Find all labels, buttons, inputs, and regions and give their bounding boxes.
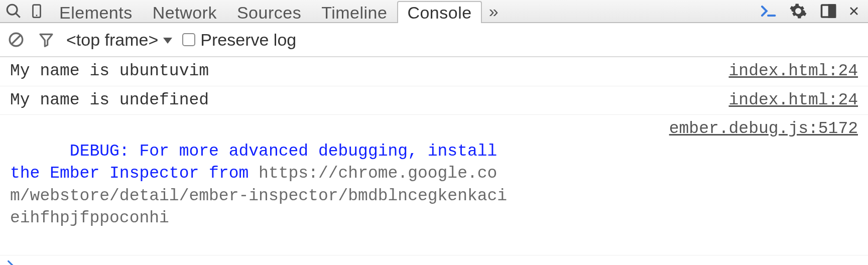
device-icon[interactable] — [26, 1, 47, 22]
tab-label: Timeline — [321, 3, 387, 23]
chevron-down-icon — [163, 38, 172, 44]
tab-label: Sources — [237, 3, 301, 23]
log-source-link[interactable]: index.html:24 — [709, 60, 858, 83]
log-source-link[interactable]: index.html:24 — [709, 89, 858, 112]
svg-point-0 — [7, 5, 17, 15]
tab-console[interactable]: Console — [397, 1, 481, 23]
log-row: DEBUG: For more advanced debugging, inst… — [0, 115, 868, 255]
svg-line-1 — [16, 13, 20, 18]
tabs-overflow-button[interactable]: » — [484, 2, 504, 21]
preserve-log-checkbox[interactable]: Preserve log — [182, 30, 296, 50]
gear-icon[interactable] — [788, 1, 809, 22]
svg-rect-6 — [829, 5, 835, 17]
filter-icon[interactable] — [36, 30, 56, 50]
tab-timeline[interactable]: Timeline — [311, 1, 397, 23]
chevron-right-icon — [4, 258, 17, 265]
log-message: My name is undefined — [10, 89, 209, 112]
search-icon[interactable] — [3, 1, 24, 22]
checkbox-box — [182, 33, 195, 46]
context-label: <top frame> — [66, 30, 158, 50]
log-message: DEBUG: For more advanced debugging, inst… — [10, 118, 512, 252]
tab-label: Console — [407, 3, 471, 23]
console-log: My name is ubuntuvim index.html:24 My na… — [0, 57, 868, 255]
devtools-tabbar: Elements Network Sources Timeline Consol… — [0, 0, 868, 23]
tab-elements[interactable]: Elements — [49, 1, 143, 23]
log-source-link[interactable]: ember.debug.js:5172 — [649, 118, 858, 141]
tab-strip: Elements Network Sources Timeline Consol… — [49, 0, 482, 22]
dock-icon[interactable] — [818, 1, 839, 22]
execution-context-selector[interactable]: <top frame> — [66, 30, 172, 50]
log-message: My name is ubuntuvim — [10, 60, 209, 83]
tab-label: Network — [153, 3, 217, 23]
preserve-log-label: Preserve log — [200, 30, 296, 50]
close-icon[interactable] — [848, 1, 860, 22]
console-toolbar: <top frame> Preserve log — [0, 23, 868, 57]
svg-line-10 — [12, 36, 21, 44]
console-shortcut-icon[interactable] — [758, 1, 779, 22]
console-prompt[interactable] — [0, 255, 868, 265]
log-row: My name is undefined index.html:24 — [0, 86, 868, 115]
tabbar-right-icons — [758, 1, 865, 22]
clear-icon[interactable] — [6, 30, 26, 50]
tab-network[interactable]: Network — [143, 1, 227, 23]
log-row: My name is ubuntuvim index.html:24 — [0, 57, 868, 86]
svg-marker-11 — [40, 34, 52, 46]
tab-sources[interactable]: Sources — [227, 1, 311, 23]
tab-label: Elements — [59, 3, 133, 23]
